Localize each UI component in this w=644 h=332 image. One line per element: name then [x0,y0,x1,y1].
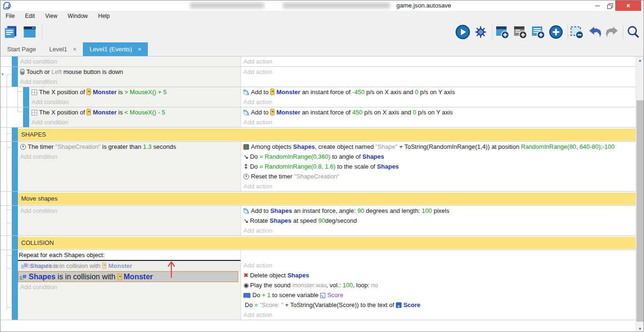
event-selector-bar[interactable] [12,250,18,320]
start-page-window-icon[interactable] [22,24,37,40]
add-placeholder[interactable]: Add action [241,310,636,320]
event-gutter [0,57,12,66]
add-placeholder[interactable]: Add action [241,57,636,66]
scroll-up-icon[interactable]: ▲ [636,57,644,65]
event-text: Do [250,153,259,160]
scrollbar-thumb[interactable] [636,100,644,322]
position-icon [32,89,37,95]
menu-window[interactable]: Window [63,13,93,19]
play-icon[interactable] [455,24,470,40]
event-selector-bar[interactable] [12,142,18,191]
event-line[interactable]: Add to Monster an instant force of 450 p… [241,107,636,117]
vertical-scrollbar[interactable]: ▲ ▼ [636,57,644,332]
add-placeholder[interactable]: Add action [241,117,636,127]
tab-start-page[interactable]: Start Page [0,42,42,56]
event-line[interactable]: ↕Do = RandomInRange(0.8, 1.6) to the sca… [241,162,636,171]
event-line[interactable]: The X position of Monster is < MouseX() … [29,107,241,117]
event-line[interactable]: Add to Monster an instant force of -450 … [241,87,636,97]
add-placeholder[interactable]: Add condition [18,77,241,87]
event-row: The X position of Monster is < MouseX() … [0,107,636,128]
add-other-event-icon[interactable] [548,24,564,40]
rotate-icon: ↘ [243,216,249,226]
redo-icon[interactable] [605,24,620,40]
event-row: The timer "ShapeCreation" is greater tha… [0,142,636,192]
add-placeholder[interactable]: Add condition [29,117,241,127]
event-selector-bar[interactable] [12,57,18,66]
add-placeholder[interactable]: Add condition [29,97,241,107]
event-line[interactable]: The timer "ShapeCreation" is greater tha… [18,142,241,152]
actions-cell: Among objects Shapes, create object name… [241,142,636,191]
timer-icon [20,144,26,150]
menu-file[interactable]: File [0,13,20,19]
selected-condition[interactable]: Shapes is in collision with Monster [18,271,238,282]
event-line[interactable]: ↘Rotate Shapes at speed 90deg/second [241,216,636,226]
event-selector-bar[interactable] [12,236,18,250]
event-line[interactable]: ◉Play the sound monster.wav, vol.: 100, … [241,280,636,290]
event-line[interactable]: Touch or Left mouse button is down [18,67,241,77]
add-placeholder[interactable]: Add condition [18,152,241,162]
event-row: The X position of Monster is > MouseX() … [0,87,636,107]
menu-view[interactable]: View [40,13,63,19]
comment-label[interactable]: SHAPES [18,128,636,141]
tab-close-icon[interactable]: × [138,46,142,53]
comment-label[interactable]: Move shapes [18,192,636,205]
event-text: is [117,109,125,116]
menu-edit[interactable]: Edit [20,13,40,19]
tab-level1-events[interactable]: Level1 (Events) × [83,42,148,56]
minimize-button[interactable] [590,0,604,11]
placeholder-text: Add condition [20,207,57,214]
create-icon [243,144,249,150]
event-line[interactable]: Reset the timer "ShapeCreation" [241,171,636,181]
project-manager-icon[interactable] [3,24,18,40]
event-line[interactable]: The X position of Monster is > MouseX() … [29,87,241,97]
event-text: Add to [251,89,270,96]
event-text: Shapes [293,143,315,150]
tab-close-icon[interactable]: × [73,46,77,53]
placeholder-text: Add action [243,119,272,126]
event-line[interactable]: Add to Shapes an instant force, angle: 9… [241,206,636,216]
add-comment-icon[interactable] [531,24,546,40]
tab-bar: Start Page Level1 × Level1 (Events) × [0,42,644,57]
add-event-icon[interactable] [495,24,510,40]
collapse-arrow-icon[interactable]: ▾ [1,72,4,77]
event-line[interactable]: Among objects Shapes, create object name… [241,142,636,152]
add-placeholder[interactable]: Add action [241,260,636,270]
add-placeholder[interactable]: Add condition [18,282,241,292]
scroll-down-icon[interactable]: ▼ [636,325,644,332]
remove-event-icon[interactable] [569,24,584,40]
title-bar: game.json.autosave × [0,0,644,11]
event-selector-bar[interactable] [12,128,18,141]
close-button[interactable]: × [615,0,641,11]
add-placeholder[interactable]: Add action [241,67,636,77]
add-sub-event-icon[interactable] [513,24,528,40]
add-placeholder[interactable]: Add action [241,226,636,235]
undo-icon[interactable] [587,24,602,40]
event-selector-bar[interactable] [12,206,18,235]
event-line[interactable]: ✖Delete object Shapes [241,270,636,280]
foreach-header[interactable]: Repeat for each Shapes object: [18,250,241,261]
event-selector-bar[interactable] [12,192,18,205]
event-selector-bar[interactable] [23,87,29,107]
maximize-button[interactable] [604,0,616,11]
foreach-conditions: Repeat for each Shapes object:Add condit… [18,250,241,320]
force-icon [243,89,249,95]
scorevar-icon [320,293,325,298]
comment-label[interactable]: COLLISION [18,236,636,250]
event-selector-bar[interactable] [23,107,29,127]
add-placeholder[interactable]: Add action [241,97,636,107]
add-placeholder[interactable]: Add condition [18,206,241,216]
debug-icon[interactable] [473,24,488,40]
event-selector-bar[interactable] [12,67,18,87]
tab-level1[interactable]: Level1 × [42,42,83,56]
event-gutter [0,67,12,87]
event-line[interactable]: Do + 1 to scene variable Score [241,290,636,300]
add-placeholder[interactable]: Add action [241,181,636,191]
menu-help[interactable]: Help [93,13,115,19]
add-placeholder[interactable]: Add condition [18,57,241,66]
search-icon[interactable] [626,24,641,40]
event-line[interactable]: Do = "Score: " + ToString(Variable(Score… [241,300,636,310]
event-text: Shapes [270,217,291,224]
event-text: Monster [93,109,117,116]
event-text: , vol.: [326,282,343,289]
event-line[interactable]: ↘Do = RandomInRange(0,360) to angle of S… [241,152,636,162]
